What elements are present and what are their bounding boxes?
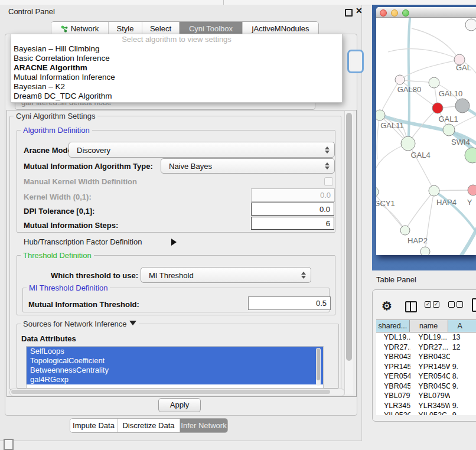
which-threshold-combobox[interactable]: MI Threshold bbox=[141, 267, 311, 283]
kernel-width-label: Kernel Width (0,1): bbox=[24, 193, 92, 201]
table-row[interactable]: YIL052CYIL052C9 bbox=[376, 410, 476, 415]
network-desktop-background: GALGAL80GAL10GAL1GAL11SWI4GAL4GCY1HAP4YH… bbox=[372, 5, 476, 270]
which-threshold-label: Which threshold to use: bbox=[51, 271, 138, 280]
algorithm-option[interactable]: Dream8 DC_TDC Algorithm bbox=[11, 92, 342, 101]
network-canvas[interactable]: GALGAL80GAL10GAL1GAL11SWI4GAL4GCY1HAP4YH… bbox=[376, 18, 476, 255]
attribute-list-item[interactable]: SelfLoops bbox=[27, 347, 323, 356]
gear-icon[interactable]: ⚙ bbox=[382, 299, 392, 313]
table-cell: 9. bbox=[450, 362, 476, 372]
algorithm-dropdown-popup: Select algorithm to view settings Bayesi… bbox=[11, 34, 343, 103]
node-label: GAL4 bbox=[410, 151, 430, 159]
minimize-traffic-light-icon[interactable] bbox=[391, 9, 398, 17]
node-label: HAP4 bbox=[436, 198, 457, 207]
network-node bbox=[400, 226, 410, 235]
manual-kernel-checkbox[interactable] bbox=[324, 177, 333, 186]
attribute-list-item[interactable]: BetweennessCentrality bbox=[27, 366, 323, 375]
settings-vertical-scrollbar[interactable] bbox=[344, 111, 353, 394]
dpi-tolerance-field[interactable]: 0.0 bbox=[251, 203, 334, 216]
table-row[interactable]: YBR045CYBR045C9. bbox=[376, 381, 476, 392]
select-all-checkbox-icon: ✓ bbox=[433, 301, 439, 308]
algorithm-option[interactable]: Bayesian – Hill Climbing bbox=[11, 44, 342, 54]
network-graph: GALGAL80GAL10GAL1GAL11SWI4GAL4GCY1HAP4YH… bbox=[376, 18, 476, 255]
close-traffic-light-icon[interactable] bbox=[380, 9, 387, 17]
network-node bbox=[443, 124, 455, 136]
network-node bbox=[376, 187, 379, 197]
hub-definition-toggle[interactable]: Hub/Transcription Factor Definition bbox=[24, 237, 201, 246]
table-row[interactable]: YBR043CYBR043C bbox=[376, 352, 476, 362]
group-title: Algorithm Definition bbox=[21, 126, 92, 135]
attribute-list-item[interactable]: gal4RGexp bbox=[27, 375, 323, 384]
select-all-checkbox-icon[interactable]: ✓ bbox=[425, 301, 431, 308]
network-node bbox=[376, 110, 385, 120]
table-row[interactable]: YER054CYER054C8. bbox=[376, 371, 476, 381]
table-row[interactable]: YBL079WYBL079W bbox=[376, 391, 476, 401]
network-node bbox=[465, 19, 476, 31]
table-cell: YBL079W bbox=[410, 391, 449, 401]
tab-impute-data[interactable]: Impute Data bbox=[70, 419, 118, 432]
dropdown-prompt: Select algorithm to view settings bbox=[11, 34, 342, 44]
mi-type-combobox[interactable]: Naive Bayes bbox=[161, 158, 335, 174]
table-panel-title: Table Panel bbox=[376, 275, 416, 284]
deselect-all-checkbox-icon[interactable] bbox=[448, 301, 455, 308]
network-node bbox=[432, 103, 443, 113]
node-label: GAL10 bbox=[439, 89, 462, 98]
mi-steps-label: Mutual Information Steps: bbox=[24, 221, 118, 230]
table-cell: YBL079W bbox=[376, 391, 410, 401]
node-label: GAL11 bbox=[380, 121, 404, 130]
table-cell: YBR043C bbox=[410, 352, 449, 362]
mi-steps-field[interactable]: 6 bbox=[251, 217, 334, 230]
network-edge bbox=[377, 115, 380, 159]
table-cell: YDR27... bbox=[410, 343, 449, 353]
group-title: MI Threshold Definition bbox=[27, 283, 110, 292]
settings-horizontal-scrollbar[interactable] bbox=[9, 389, 345, 396]
tab-infer-network[interactable]: Infer Network bbox=[180, 419, 227, 432]
network-window[interactable]: GALGAL80GAL10GAL1GAL11SWI4GAL4GCY1HAP4YH… bbox=[376, 7, 476, 255]
algorithm-option[interactable]: Basic Correlation Inference bbox=[11, 54, 342, 63]
float-panel-icon[interactable] bbox=[345, 9, 353, 17]
list-scrollbar[interactable] bbox=[316, 348, 321, 386]
collapsed-arrow-icon bbox=[171, 239, 180, 246]
table-cell: 13 bbox=[450, 332, 476, 343]
table-row[interactable]: YDL19...YDL19...13 bbox=[376, 332, 476, 343]
table-row[interactable]: YPR145WYPR145W9. bbox=[376, 362, 476, 372]
bottom-tab-bar: Impute DataDiscretize DataInfer Network bbox=[70, 418, 228, 433]
column-header[interactable]: name bbox=[410, 320, 448, 332]
node-label: Y bbox=[467, 198, 472, 207]
apply-button[interactable]: Apply bbox=[158, 398, 201, 412]
columns-icon[interactable] bbox=[405, 301, 417, 312]
column-header[interactable]: shared... bbox=[376, 320, 410, 332]
manual-kernel-label: Manual Kernel Width Definition bbox=[24, 177, 137, 186]
aracne-mode-combobox[interactable]: Discovery bbox=[69, 142, 335, 158]
data-attributes-label: Data Attributes bbox=[21, 334, 76, 343]
network-node bbox=[420, 247, 430, 255]
dpi-tolerance-label: DPI Tolerance [0,1]: bbox=[24, 207, 94, 216]
table-row[interactable]: YDR27...YDR27...12 bbox=[376, 343, 476, 353]
close-icon[interactable]: ✕ bbox=[356, 6, 363, 15]
stepper-icon bbox=[325, 146, 329, 154]
sources-title[interactable]: Sources for Network Inference bbox=[21, 319, 139, 329]
algorithm-option[interactable]: Mutual Information Inference bbox=[11, 73, 342, 82]
network-icon bbox=[61, 25, 68, 32]
algorithm-option[interactable]: ARACNE Algorithm bbox=[11, 63, 342, 73]
table-cell: YIL052C bbox=[410, 410, 449, 415]
column-header[interactable]: A bbox=[448, 320, 476, 332]
control-panel: Control Panel ✕ NetworkStyleSelectCyni T… bbox=[0, 5, 362, 441]
data-attributes-list[interactable]: SelfLoopsTopologicalCoefficientBetweenne… bbox=[26, 346, 324, 389]
table-cell: YLR345W bbox=[410, 401, 449, 411]
algorithm-option[interactable]: Bayesian – K2 bbox=[11, 82, 342, 92]
network-node bbox=[468, 185, 476, 195]
kernel-width-field[interactable]: 0.0 bbox=[251, 188, 335, 202]
stepper-icon bbox=[325, 162, 329, 169]
table-cell bbox=[450, 391, 476, 401]
focused-combobox-edge[interactable] bbox=[347, 50, 364, 73]
table-row[interactable]: YLR345WYLR345W9. bbox=[376, 401, 476, 411]
table-cell: YER054C bbox=[410, 371, 449, 381]
table-cell: YIL052C bbox=[376, 410, 410, 415]
zoom-traffic-light-icon[interactable] bbox=[402, 9, 409, 17]
minimized-panel-icon[interactable] bbox=[4, 439, 14, 450]
export-table-icon[interactable] bbox=[472, 298, 476, 312]
network-window-titlebar[interactable] bbox=[376, 7, 476, 18]
attribute-list-item[interactable]: TopologicalCoefficient bbox=[27, 356, 323, 366]
tab-discretize-data[interactable]: Discretize Data bbox=[118, 419, 180, 432]
mi-threshold-field[interactable]: 0.5 bbox=[248, 296, 331, 310]
